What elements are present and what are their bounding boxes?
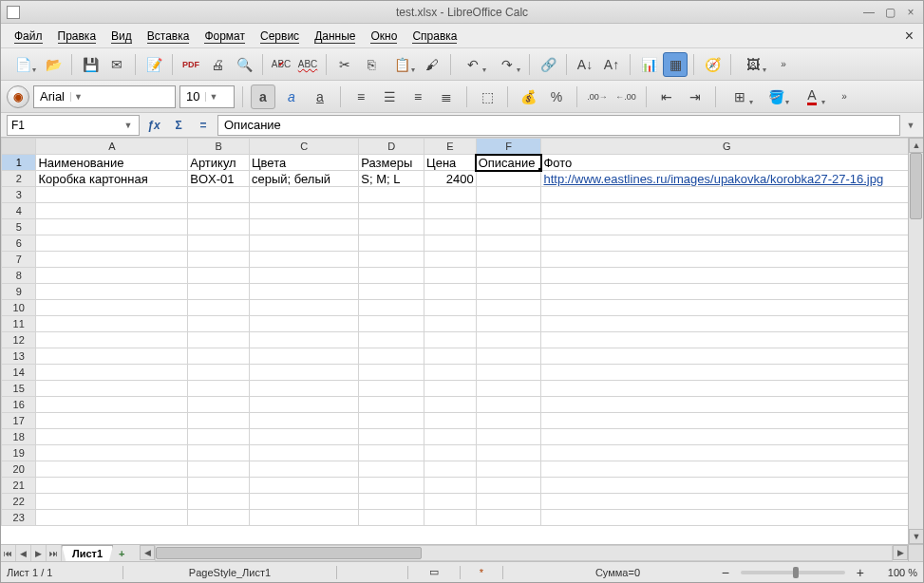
scroll-left-button[interactable]: ◀ bbox=[140, 545, 155, 560]
cell-E2[interactable]: 2400 bbox=[424, 171, 477, 187]
tab-next-button[interactable]: ▶ bbox=[31, 545, 47, 561]
row-header-11[interactable]: 11 bbox=[2, 316, 36, 332]
row-header-2[interactable]: 2 bbox=[2, 171, 36, 187]
col-header-B[interactable]: B bbox=[188, 139, 250, 155]
scroll-up-button[interactable]: ▲ bbox=[909, 138, 923, 153]
increase-indent-button[interactable]: ⇥ bbox=[683, 85, 707, 109]
menu-insert[interactable]: Вставка bbox=[141, 27, 196, 46]
status-insert-mode[interactable] bbox=[349, 567, 396, 578]
menu-help[interactable]: Справка bbox=[406, 27, 462, 46]
cell-C1[interactable]: Цвета bbox=[249, 155, 358, 171]
background-color-button[interactable]: 🪣 bbox=[760, 85, 792, 109]
row-header-19[interactable]: 19 bbox=[2, 445, 36, 461]
menu-format[interactable]: Формат bbox=[198, 27, 251, 46]
vscroll-thumb[interactable] bbox=[910, 153, 922, 219]
col-header-F[interactable]: F bbox=[476, 139, 541, 155]
font-name-combo[interactable]: Arial ▼ bbox=[33, 85, 176, 108]
new-document-button[interactable]: 📄 bbox=[7, 52, 39, 77]
expand-formula-bar-button[interactable]: ▼ bbox=[904, 115, 917, 136]
print-preview-button[interactable]: 🔍 bbox=[232, 52, 256, 77]
tab-first-button[interactable]: ⏮ bbox=[1, 545, 16, 561]
zoom-slider[interactable] bbox=[741, 571, 845, 574]
cell-B2[interactable]: BOX-01 bbox=[188, 171, 250, 187]
chart-button[interactable]: 📊 bbox=[636, 52, 661, 77]
col-header-C[interactable]: C bbox=[249, 139, 358, 155]
menu-tools[interactable]: Сервис bbox=[255, 27, 305, 46]
sort-desc-button[interactable]: A↑ bbox=[599, 52, 624, 77]
scroll-right-button[interactable]: ▶ bbox=[893, 545, 908, 560]
undo-button[interactable]: ↶ bbox=[457, 52, 489, 77]
cell-D2[interactable]: S; M; L bbox=[359, 171, 424, 187]
align-right-button[interactable]: ≡ bbox=[405, 85, 430, 109]
cell-B1[interactable]: Артикул bbox=[188, 155, 250, 171]
col-header-G[interactable]: G bbox=[541, 139, 908, 155]
spellcheck-button[interactable]: ABC✔ bbox=[269, 52, 293, 77]
row-header-22[interactable]: 22 bbox=[2, 494, 36, 510]
status-sum[interactable]: Сумма=0 bbox=[545, 567, 640, 578]
function-wizard-button[interactable]: ƒx bbox=[143, 115, 164, 136]
horizontal-scrollbar[interactable]: ◀ ▶ bbox=[140, 545, 908, 561]
row-header-4[interactable]: 4 bbox=[2, 203, 36, 219]
sheet-tab-1[interactable]: Лист1 bbox=[62, 545, 113, 561]
navigator-button[interactable]: 🧭 bbox=[700, 52, 725, 77]
cell-A1[interactable]: Наименование bbox=[36, 155, 188, 171]
merge-cells-button[interactable]: ⬚ bbox=[475, 85, 500, 109]
cell-C2[interactable]: серый; белый bbox=[249, 171, 358, 187]
row-header-7[interactable]: 7 bbox=[2, 252, 36, 268]
row-header-10[interactable]: 10 bbox=[2, 300, 36, 316]
styles-button[interactable]: ◉ bbox=[7, 85, 29, 108]
hyperlink-button[interactable]: 🔗 bbox=[536, 52, 560, 77]
email-button[interactable]: ✉ bbox=[104, 52, 129, 77]
edit-file-button[interactable]: 📝 bbox=[141, 52, 166, 77]
col-header-A[interactable]: A bbox=[36, 139, 188, 155]
row-header-23[interactable]: 23 bbox=[2, 510, 36, 526]
export-pdf-button[interactable]: PDF bbox=[179, 52, 203, 77]
formula-input[interactable] bbox=[217, 115, 900, 136]
percent-button[interactable]: % bbox=[544, 85, 569, 109]
menu-edit[interactable]: Правка bbox=[52, 27, 103, 46]
add-decimal-button[interactable]: .00→ bbox=[585, 85, 610, 109]
gallery-button[interactable]: 🖼 bbox=[737, 52, 769, 77]
row-header-17[interactable]: 17 bbox=[2, 413, 36, 429]
format-paintbrush-button[interactable]: 🖌 bbox=[420, 52, 444, 77]
borders-button[interactable]: ⊞ bbox=[724, 85, 756, 109]
name-box[interactable]: F1 ▼ bbox=[7, 115, 140, 136]
align-justify-button[interactable]: ≣ bbox=[434, 85, 459, 109]
col-header-E[interactable]: E bbox=[424, 139, 477, 155]
scroll-down-button[interactable]: ▼ bbox=[909, 529, 923, 544]
menu-window[interactable]: Окно bbox=[365, 27, 403, 46]
auto-spellcheck-button[interactable]: ABC bbox=[295, 52, 320, 77]
underline-button[interactable]: a bbox=[308, 85, 332, 109]
remove-decimal-button[interactable]: ←.00 bbox=[613, 85, 638, 109]
row-header-12[interactable]: 12 bbox=[2, 332, 36, 348]
add-sheet-button[interactable]: + bbox=[113, 545, 130, 561]
decrease-indent-button[interactable]: ⇤ bbox=[654, 85, 679, 109]
copy-button[interactable]: ⎘ bbox=[359, 52, 384, 77]
window-close-button[interactable]: × bbox=[904, 6, 917, 19]
align-center-button[interactable]: ☰ bbox=[377, 85, 402, 109]
sort-asc-button[interactable]: A↓ bbox=[573, 52, 597, 77]
font-color-button[interactable]: A bbox=[796, 85, 828, 109]
sum-button[interactable]: Σ bbox=[168, 115, 189, 136]
row-header-16[interactable]: 16 bbox=[2, 397, 36, 413]
row-header-6[interactable]: 6 bbox=[2, 235, 36, 252]
open-button[interactable]: 📂 bbox=[41, 52, 66, 77]
menu-view[interactable]: Вид bbox=[105, 27, 138, 46]
row-header-8[interactable]: 8 bbox=[2, 268, 36, 284]
cell-F2[interactable] bbox=[476, 171, 541, 187]
cell-F1[interactable]: Описание bbox=[476, 155, 541, 171]
format-toolbar-overflow-button[interactable]: » bbox=[832, 85, 857, 109]
show-grid-button[interactable]: ▦ bbox=[663, 52, 688, 77]
cell-G1[interactable]: Фото bbox=[541, 155, 908, 171]
select-all-corner[interactable] bbox=[2, 139, 36, 155]
cell-G2[interactable]: http://www.eastlines.ru/images/upakovka/… bbox=[541, 171, 908, 187]
paste-button[interactable]: 📋 bbox=[386, 52, 418, 77]
align-left-button[interactable]: ≡ bbox=[349, 85, 373, 109]
status-selection-mode-icon[interactable]: ▭ bbox=[420, 566, 448, 578]
cell-E1[interactable]: Цена bbox=[424, 155, 477, 171]
print-button[interactable]: 🖨 bbox=[205, 52, 230, 77]
window-maximize-button[interactable]: ▢ bbox=[883, 6, 896, 19]
italic-button[interactable]: a bbox=[279, 85, 304, 109]
currency-button[interactable]: 💰 bbox=[516, 85, 540, 109]
function-button[interactable]: = bbox=[193, 115, 214, 136]
